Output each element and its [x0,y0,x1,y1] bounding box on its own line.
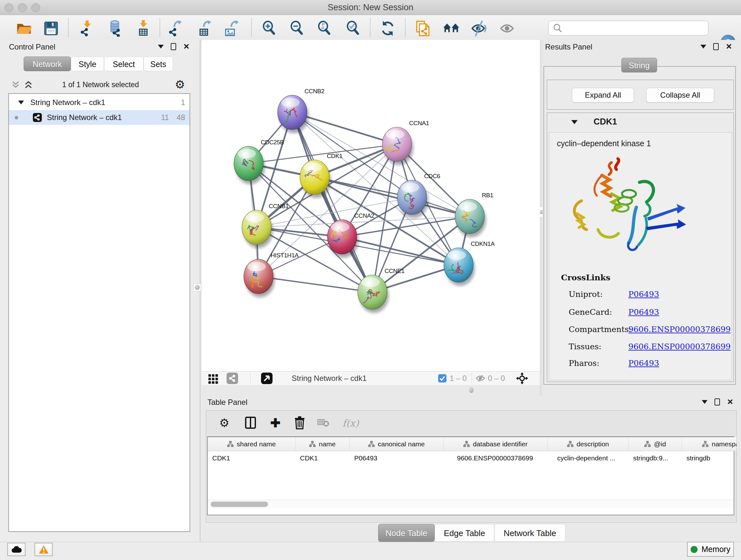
network-collection-row[interactable]: String Network – cdk1 1 [9,95,190,110]
import-table-from-file-button[interactable] [134,19,152,36]
network-edge[interactable] [342,237,459,265]
show-all-button[interactable] [498,19,516,36]
panel-float-icon[interactable] [171,43,176,50]
panel-close-icon[interactable]: ✕ [726,44,732,50]
import-network-from-file-button[interactable] [78,19,96,36]
delete-table-button[interactable] [313,415,333,432]
tab-style[interactable]: Style [71,57,104,71]
horizontal-splitter-grip[interactable] [469,387,474,393]
table-horizontal-scrollbar[interactable] [208,500,734,509]
table-row-cell[interactable]: CDK1 [295,451,350,465]
delete-table-icon [317,418,329,428]
crosslink-link[interactable]: 9606.ENSP00000378699 [628,342,731,351]
function-builder-button[interactable]: f(x) [336,415,365,432]
zoom-fit-button[interactable] [315,19,333,36]
import-network-from-database-button[interactable] [106,19,124,36]
collapse-all-button[interactable]: Collapse All [646,88,714,103]
panel-close-icon[interactable]: ✕ [727,399,733,405]
network-edge[interactable] [292,112,373,292]
export-table-button[interactable] [196,19,213,36]
column-header[interactable]: shared name [208,437,295,451]
column-header[interactable]: @id [629,437,682,451]
panel-close-icon[interactable]: ✕ [183,44,190,50]
share-view-icon[interactable] [226,373,238,384]
crosshair-icon[interactable] [516,372,528,384]
tab-select[interactable]: Select [104,57,144,71]
search-input[interactable] [565,22,708,34]
table-row-cell[interactable]: P06493 [350,451,444,465]
cloud-button[interactable] [7,543,25,556]
panel-float-icon[interactable] [713,43,719,50]
network-node-label: CCNE1 [385,267,404,274]
save-icon [43,20,59,37]
collapse-all-icon[interactable] [11,80,20,90]
table-row-cell[interactable]: cyclin-dependent ... [548,451,629,465]
crosslink-link[interactable]: P06493 [628,359,659,368]
save-session-button[interactable] [42,19,60,36]
trash-icon [294,416,305,429]
crosslink-link[interactable]: P06493 [628,290,659,299]
delete-column-button[interactable] [290,415,310,432]
network-graph[interactable]: CCNB2CCNA1CDC25BCDK1CDC6RB1CCNB1CCNA2CDK… [202,40,540,371]
first-neighbors-button[interactable] [442,19,460,36]
tab-sets[interactable]: Sets [144,57,173,71]
network-canvas[interactable]: CCNB2CCNA1CDC25BCDK1CDC6RB1CCNB1CCNA2CDK… [202,40,540,371]
column-header[interactable]: canonical name [350,437,444,451]
open-session-button[interactable] [15,19,33,36]
expand-all-icon[interactable] [23,80,33,90]
tab-string[interactable]: String [621,58,657,72]
zoom-out-button[interactable] [288,19,306,36]
warning-button[interactable] [35,543,53,556]
panel-float-icon[interactable] [715,398,720,406]
create-column-button[interactable]: ✚ [266,415,285,432]
table-settings-button[interactable]: ⚙ [214,415,234,432]
hide-selection-button[interactable] [470,19,488,36]
table-row-cell[interactable]: CDK1 [208,451,295,465]
table-row-cell[interactable]: stringdb:9... [629,451,682,465]
zoom-selected-button[interactable] [344,19,362,36]
grid-icon[interactable] [207,373,219,384]
column-header[interactable]: database identifier [444,437,548,451]
expand-all-button[interactable]: Expand All [572,88,634,103]
new-network-from-selection-button[interactable] [414,19,432,36]
tab-edge-table[interactable]: Edge Table [434,524,494,542]
node-gloss [304,163,322,172]
network-edge[interactable] [259,276,373,292]
tab-network-table[interactable]: Network Table [494,524,565,542]
panel-menu-icon[interactable] [700,45,706,49]
export-network-button[interactable] [167,19,185,36]
panel-menu-icon[interactable] [702,400,708,404]
column-header[interactable]: description [548,437,629,451]
column-header[interactable]: name [295,437,350,451]
panel-menu-icon[interactable] [158,45,164,49]
gear-icon[interactable]: ⚙ [175,79,185,90]
table-panel: Table Panel ✕ ⚙ ✚ [202,396,741,542]
zoom-in-icon [261,20,277,37]
crosslink-link[interactable]: P06493 [628,307,659,317]
scrollbar-thumb[interactable] [211,502,268,507]
show-columns-button[interactable] [241,415,260,432]
left-splitter-grip[interactable] [193,284,201,291]
refresh-button[interactable] [379,19,397,36]
memory-button[interactable]: Memory [687,542,734,557]
selected-checkbox-icon[interactable] [438,374,447,382]
result-node-name: CDK1 [594,117,617,127]
table-row-cell[interactable]: 9606.ENSP00000378699 [444,451,548,465]
network-row-selected[interactable]: String Network – cdk1 11 48 [9,110,190,125]
section-collapse-icon[interactable] [571,120,578,124]
node-description: cyclin–dependent kinase 1 [557,139,651,148]
node-gloss [246,212,264,222]
crosslink-label: Pharos: [569,359,599,368]
shared-column-icon [567,441,574,447]
tree-collapse-icon[interactable] [18,101,24,105]
table-row-cell[interactable]: stringdb [682,451,737,465]
node-gloss [448,250,466,260]
database-icon [106,20,123,37]
column-header[interactable]: namespace [682,437,737,451]
tab-node-table[interactable]: Node Table [378,524,434,542]
crosslink-link[interactable]: 9606.ENSP00000378699 [628,325,731,334]
zoom-in-button[interactable] [260,19,278,36]
birdseye-icon[interactable] [261,373,273,384]
export-image-button[interactable] [223,19,241,36]
tab-network[interactable]: Network [23,57,71,71]
